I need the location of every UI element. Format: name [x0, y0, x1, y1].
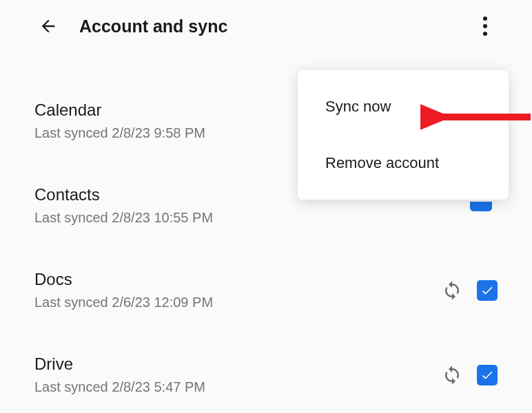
sync-icon — [441, 279, 463, 301]
remove-account-menu-item[interactable]: Remove account — [298, 135, 509, 191]
sync-now-menu-item[interactable]: Sync now — [298, 78, 509, 135]
sync-toggle-checkbox[interactable] — [477, 280, 498, 301]
check-icon — [480, 368, 494, 382]
item-subtitle: Last synced 2/8/23 5:47 PM — [34, 379, 441, 395]
more-vertical-icon — [483, 17, 487, 21]
overflow-menu: Sync now Remove account — [298, 70, 509, 200]
sync-item-docs[interactable]: Docs Last synced 2/6/23 12:09 PM — [34, 256, 498, 324]
item-title: Drive — [34, 354, 441, 374]
sync-icon — [441, 364, 463, 386]
item-subtitle: Last synced 2/8/23 10:55 PM — [34, 210, 498, 226]
item-subtitle: Last synced 2/6/23 12:09 PM — [34, 295, 441, 310]
check-icon — [480, 284, 494, 297]
sync-toggle-checkbox-partial — [470, 202, 492, 211]
back-button[interactable] — [34, 12, 62, 40]
more-options-button[interactable] — [471, 12, 499, 40]
page-title: Account and sync — [79, 17, 227, 36]
sync-toggle-checkbox[interactable] — [477, 365, 498, 385]
item-title: Docs — [34, 270, 441, 289]
sync-item-drive[interactable]: Drive Last synced 2/8/23 5:47 PM — [34, 341, 498, 409]
arrow-left-icon — [39, 17, 58, 36]
